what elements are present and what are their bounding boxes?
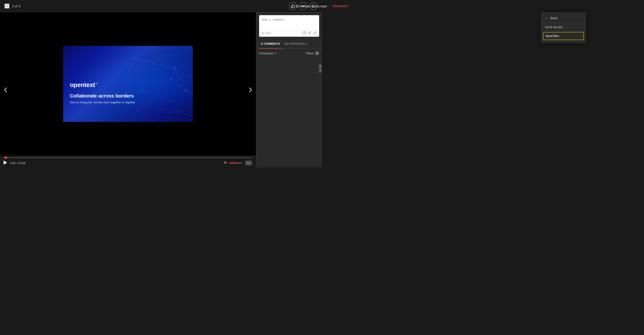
controls-row: 0:00 / 15:56 bbox=[4, 160, 252, 166]
comment-input[interactable] bbox=[259, 15, 319, 29]
sort-filter-row: Timestamp ↓ Filters 0 bbox=[256, 49, 322, 58]
svg-point-15 bbox=[141, 90, 142, 91]
video-subtitle: How to bring your remote team together i… bbox=[70, 101, 135, 104]
volume-fill bbox=[229, 163, 238, 163]
time-display: 0:00 / 15:56 bbox=[10, 161, 25, 165]
filters-label: Filters bbox=[306, 52, 314, 55]
keyboard-button[interactable] bbox=[245, 160, 252, 166]
timestamp-value: 0:00 bbox=[266, 32, 270, 35]
comment-input-area: 0:00 bbox=[259, 15, 319, 37]
svg-line-6 bbox=[152, 64, 170, 79]
volume-container bbox=[224, 161, 242, 165]
svg-line-5 bbox=[175, 68, 186, 91]
video-logo: opentext™ bbox=[70, 81, 135, 88]
scroll-down-button[interactable]: ▼ bbox=[318, 68, 322, 73]
tab-approvals[interactable]: NO APPROVALS bbox=[282, 39, 310, 48]
timestamp-sort[interactable]: Timestamp ↓ bbox=[259, 51, 279, 55]
svg-point-3 bbox=[137, 55, 193, 113]
video-overlay: opentext™ Collaborate across borders How… bbox=[70, 81, 135, 104]
svg-line-8 bbox=[142, 91, 175, 102]
sidebar: 0:00 bbox=[256, 12, 322, 167]
svg-point-13 bbox=[186, 90, 187, 91]
sort-down-arrow-icon: ↓ bbox=[278, 51, 279, 55]
progress-dot bbox=[5, 157, 7, 159]
svg-point-22 bbox=[184, 104, 184, 104]
scroll-controls: ▲ ▼ bbox=[318, 64, 322, 73]
svg-point-12 bbox=[170, 79, 171, 80]
filter-count: 0 bbox=[315, 51, 319, 55]
svg-marker-24 bbox=[224, 161, 226, 163]
volume-bar[interactable] bbox=[229, 163, 242, 163]
prev-button[interactable] bbox=[0, 83, 11, 97]
clock-icon bbox=[261, 32, 264, 35]
file-count: 3 of 3 bbox=[12, 4, 20, 8]
sort-chevron-icon bbox=[274, 52, 277, 55]
close-button[interactable] bbox=[4, 3, 10, 8]
sidebar-tabs: 0 COMMENTS NO APPROVALS bbox=[256, 39, 322, 49]
svg-rect-25 bbox=[246, 161, 251, 164]
video-frame: opentext™ Collaborate across borders How… bbox=[63, 46, 193, 122]
svg-point-11 bbox=[174, 68, 176, 69]
filters-button[interactable]: Filters 0 bbox=[306, 51, 319, 55]
svg-point-21 bbox=[190, 77, 191, 78]
scroll-up-button[interactable]: ▲ bbox=[318, 64, 322, 68]
file-name: 15-minute demo.mp4 bbox=[295, 4, 322, 8]
volume-icon[interactable] bbox=[224, 161, 228, 165]
checkmark-icon[interactable] bbox=[302, 31, 306, 35]
video-container: opentext™ Collaborate across borders How… bbox=[0, 12, 256, 155]
svg-point-16 bbox=[179, 86, 180, 86]
viewer-area: opentext™ Collaborate across borders How… bbox=[0, 12, 256, 167]
controls-right bbox=[224, 160, 252, 166]
svg-line-4 bbox=[130, 57, 175, 68]
svg-point-19 bbox=[166, 59, 166, 60]
svg-point-14 bbox=[152, 63, 153, 64]
video-title: Collaborate across borders bbox=[70, 93, 135, 99]
header-left: 3 of 3 bbox=[4, 3, 20, 8]
svg-point-18 bbox=[190, 115, 191, 116]
link-icon[interactable] bbox=[313, 31, 317, 35]
progress-bar[interactable] bbox=[4, 157, 252, 158]
controls-left: 0:00 / 15:56 bbox=[4, 161, 25, 166]
draw-icon[interactable] bbox=[308, 31, 312, 35]
comment-timestamp: 0:00 bbox=[261, 32, 270, 35]
svg-rect-34 bbox=[303, 31, 306, 34]
svg-marker-23 bbox=[4, 161, 7, 165]
play-button[interactable] bbox=[4, 161, 7, 166]
svg-point-20 bbox=[182, 66, 182, 66]
svg-point-17 bbox=[163, 108, 164, 109]
main-area: opentext™ Collaborate across borders How… bbox=[0, 12, 322, 167]
next-button[interactable] bbox=[245, 83, 256, 97]
svg-line-7 bbox=[170, 75, 188, 79]
sort-label: Timestamp bbox=[259, 52, 273, 55]
tab-comments[interactable]: 0 COMMENTS bbox=[259, 39, 282, 48]
header-center: 15-minute demo.mp4 | VERSION 1 bbox=[295, 4, 322, 8]
comment-actions bbox=[302, 31, 317, 35]
comment-input-footer: 0:00 bbox=[259, 29, 319, 37]
header: 3 of 3 15-minute demo.mp4 | VERSION 1 ••… bbox=[0, 0, 322, 12]
video-controls: 0:00 / 15:56 bbox=[0, 155, 256, 167]
